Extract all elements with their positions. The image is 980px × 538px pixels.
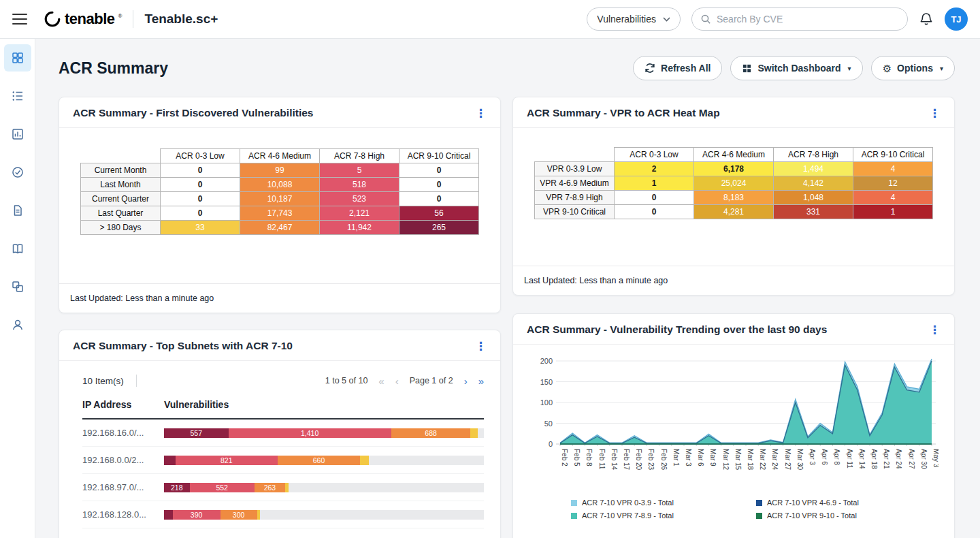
switch-dashboard-button[interactable]: Switch Dashboard ▾ (730, 56, 862, 80)
bar-segment[interactable] (164, 456, 176, 465)
bar-segment[interactable]: 390 (173, 510, 220, 520)
svg-text:Mar 15: Mar 15 (734, 449, 742, 471)
heat-cell[interactable]: 265 (399, 221, 479, 235)
heat-cell[interactable]: 518 (320, 178, 399, 192)
heat-cell[interactable]: 2 (615, 162, 694, 176)
notifications-button[interactable] (919, 12, 934, 27)
bar-segment[interactable] (360, 456, 369, 465)
heat-cell[interactable]: 2,121 (320, 206, 399, 221)
heat-cell[interactable]: 1 (615, 176, 694, 191)
heat-cell[interactable]: 1,494 (774, 162, 853, 176)
bar-segment[interactable] (164, 510, 173, 520)
bar-segment[interactable] (470, 428, 477, 438)
heat-cell[interactable]: 0 (399, 192, 479, 206)
heat-cell[interactable]: 331 (774, 205, 853, 219)
refresh-all-button[interactable]: Refresh All (633, 56, 722, 80)
heat-cell[interactable]: 10,088 (240, 178, 320, 192)
sidebar-item-workflows[interactable] (4, 273, 31, 300)
bar-segment[interactable] (285, 483, 289, 492)
column-header: ACR 0-3 Low (161, 149, 240, 163)
main-content: ACR Summary Refresh All Switch Dashboard… (35, 39, 980, 538)
heat-cell[interactable]: 12 (853, 176, 933, 191)
heat-cell[interactable]: 1,048 (774, 191, 853, 205)
sidebar-item-scans[interactable] (4, 159, 31, 186)
heat-cell[interactable]: 17,743 (240, 206, 320, 221)
legend-item[interactable]: ACR 7-10 VPR 0-3.9 - Total (571, 499, 756, 507)
heat-cell[interactable]: 10,187 (240, 192, 320, 206)
heat-cell[interactable]: 8,183 (694, 191, 774, 205)
bar-segment[interactable]: 557 (164, 428, 229, 438)
heat-cell[interactable]: 25,024 (694, 176, 774, 191)
heat-cell[interactable]: 1 (853, 205, 933, 219)
vulnerability-bar[interactable]: 390300 (164, 510, 260, 520)
bar-segment[interactable]: 218 (164, 483, 190, 492)
row-label: > 180 Days (81, 221, 161, 235)
bar-segment[interactable]: 660 (278, 456, 360, 465)
ip-address[interactable]: 192.168.128.0... (82, 509, 164, 520)
heat-cell[interactable]: 4 (853, 191, 933, 205)
bar-segment[interactable]: 300 (220, 510, 257, 520)
heat-cell[interactable]: 82,467 (240, 221, 320, 235)
heat-cell[interactable]: 0 (161, 163, 240, 178)
bar-segment[interactable] (257, 510, 260, 520)
next-page-button[interactable]: › (464, 376, 468, 386)
sidebar-item-assets[interactable] (4, 235, 31, 262)
last-page-button[interactable]: » (478, 376, 484, 386)
ip-address[interactable]: 192.168.97.0/... (82, 482, 164, 492)
bar-segment[interactable]: 688 (391, 428, 471, 438)
heat-cell[interactable]: 0 (399, 163, 479, 178)
heat-cell[interactable]: 56 (399, 206, 479, 221)
bar-segment[interactable]: 821 (176, 456, 278, 465)
heat-cell[interactable]: 0 (615, 191, 694, 205)
solutions-icon (11, 127, 24, 141)
scope-dropdown[interactable]: Vulnerabilities (587, 7, 681, 31)
ip-address[interactable]: 192.168.0.0/2... (82, 455, 164, 465)
panel-menu-button[interactable]: ⋮ (929, 108, 941, 119)
panel-menu-button[interactable]: ⋮ (475, 108, 487, 119)
heat-cell[interactable]: 0 (161, 192, 240, 206)
panel-menu-button[interactable]: ⋮ (475, 341, 487, 352)
heat-cell[interactable]: 0 (161, 178, 240, 192)
heat-cell[interactable]: 99 (240, 163, 320, 178)
legend-item[interactable]: ACR 7-10 VPR 4-6.9 - Total (756, 499, 954, 507)
heat-cell[interactable]: 4,142 (774, 176, 853, 191)
avatar[interactable]: TJ (945, 7, 968, 31)
search-input[interactable] (717, 14, 899, 25)
heat-cell[interactable]: 5 (320, 163, 399, 178)
svg-text:Mar 27: Mar 27 (784, 449, 791, 471)
search-box[interactable] (691, 7, 908, 31)
caret-down-icon: ▾ (848, 65, 851, 72)
heat-cell[interactable]: 11,942 (320, 221, 399, 235)
vulnerability-bar[interactable]: 218552263 (164, 483, 289, 492)
trend-chart: 050100150200Feb 2Feb 5Feb 8Feb 11Feb 14F… (530, 353, 938, 486)
svg-text:Feb 23: Feb 23 (647, 449, 655, 471)
vulnerability-bar[interactable]: 5571,410688 (164, 428, 478, 438)
sidebar-item-solutions[interactable] (4, 121, 31, 148)
panel-menu-button[interactable]: ⋮ (929, 324, 941, 336)
heat-cell[interactable]: 523 (320, 192, 399, 206)
bar-segment[interactable]: 552 (190, 483, 255, 492)
prev-page-button[interactable]: ‹ (395, 376, 399, 386)
heat-cell[interactable]: 6,178 (694, 162, 774, 176)
options-button[interactable]: ⚙ Options ▾ (871, 56, 955, 80)
vulnerability-bar-track: 390300 (164, 510, 484, 520)
heat-cell[interactable]: 4 (853, 162, 933, 176)
bar-segment[interactable]: 263 (255, 483, 285, 492)
heat-cell[interactable]: 0 (161, 206, 240, 221)
hamburger-menu-button[interactable] (12, 14, 27, 25)
sidebar-item-users[interactable] (4, 311, 31, 338)
users-icon (11, 318, 24, 332)
sidebar-item-analysis[interactable] (4, 82, 31, 110)
vulnerability-bar[interactable]: 821660 (164, 456, 369, 465)
legend-item[interactable]: ACR 7-10 VPR 7-8.9 - Total (571, 511, 756, 520)
heat-cell[interactable]: 33 (161, 221, 240, 235)
heat-cell[interactable]: 4,281 (694, 205, 774, 219)
ip-address[interactable]: 192.168.16.0/... (82, 428, 164, 438)
bar-segment[interactable]: 1,410 (229, 428, 391, 438)
heat-cell[interactable]: 0 (615, 205, 694, 219)
first-page-button[interactable]: « (378, 376, 384, 386)
heat-cell[interactable]: 0 (399, 178, 479, 192)
sidebar-item-reporting[interactable] (4, 197, 31, 224)
legend-item[interactable]: ACR 7-10 VPR 9-10 - Total (756, 511, 954, 520)
sidebar-item-dashboard[interactable] (4, 44, 31, 72)
